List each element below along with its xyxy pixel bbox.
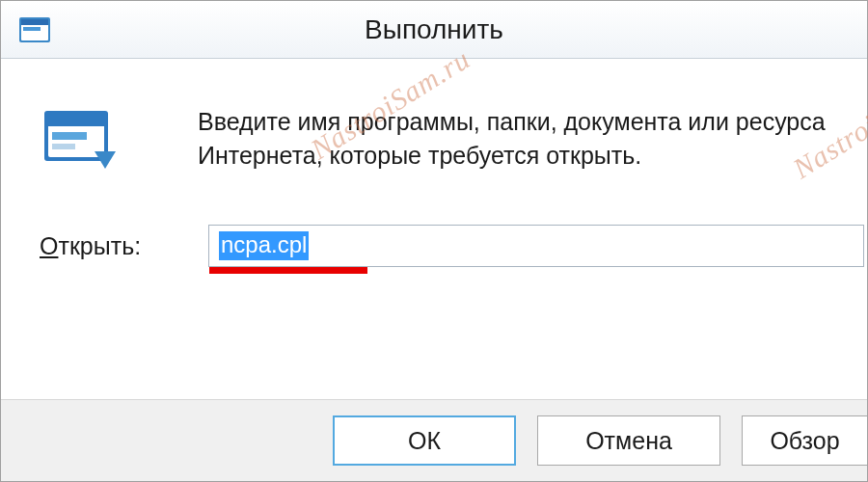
titlebar[interactable]: Выполнить bbox=[1, 1, 867, 59]
run-icon bbox=[40, 103, 121, 178]
svg-rect-6 bbox=[48, 115, 104, 126]
ok-button[interactable]: ОК bbox=[333, 415, 516, 466]
description-text: Введите имя программы, папки, документа … bbox=[198, 97, 848, 173]
open-label-accel: О bbox=[40, 232, 58, 259]
annotation-underline bbox=[209, 267, 367, 274]
svg-rect-8 bbox=[52, 144, 75, 149]
open-label: Открыть: bbox=[40, 232, 208, 260]
window-title: Выполнить bbox=[365, 14, 503, 45]
browse-button[interactable]: Обзор bbox=[742, 415, 867, 466]
open-label-text: ткрыть: bbox=[58, 232, 141, 259]
button-bar: ОК Отмена Обзор bbox=[1, 399, 867, 481]
svg-rect-7 bbox=[52, 132, 87, 140]
open-row: Открыть: ncpa.cpl bbox=[1, 178, 867, 267]
command-input[interactable] bbox=[208, 225, 864, 267]
cancel-button[interactable]: Отмена bbox=[537, 415, 720, 466]
description-row: Введите имя программы, папки, документа … bbox=[1, 88, 867, 178]
dialog-content: Введите имя программы, папки, документа … bbox=[1, 59, 867, 481]
svg-rect-3 bbox=[23, 27, 41, 31]
window-icon bbox=[18, 16, 51, 43]
svg-rect-2 bbox=[21, 19, 48, 25]
run-dialog-window: Выполнить Введите имя программы, папки, … bbox=[0, 0, 868, 482]
command-combobox[interactable]: ncpa.cpl bbox=[208, 225, 867, 267]
